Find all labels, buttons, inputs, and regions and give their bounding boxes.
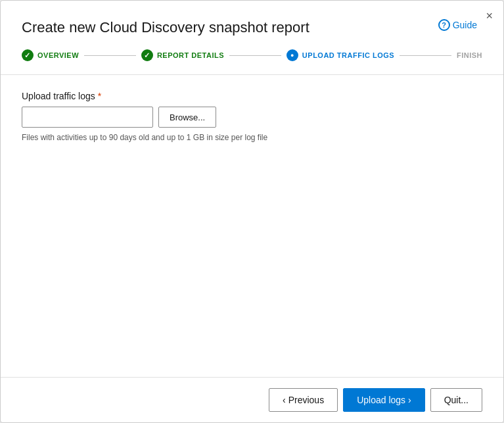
field-label: Upload traffic logs * (22, 91, 482, 101)
previous-button[interactable]: ‹ Previous (269, 388, 338, 412)
step-icon-overview: ✓ (22, 49, 34, 61)
step-overview: ✓ OVERVIEW (22, 49, 79, 61)
step-label-overview: OVERVIEW (37, 51, 79, 59)
file-input-row: Browse... (22, 107, 482, 128)
step-report-details: ✓ REPORT DETAILS (141, 49, 224, 61)
upload-logs-button[interactable]: Upload logs › (343, 388, 425, 412)
guide-icon: ? (438, 19, 450, 31)
step-icon-report-details: ✓ (141, 49, 153, 61)
connector-3 (400, 55, 451, 56)
field-label-text: Upload traffic logs (22, 91, 95, 101)
stepper: ✓ OVERVIEW ✓ REPORT DETAILS ● UPLOAD TRA… (1, 49, 503, 74)
file-hint: Files with activities up to 90 days old … (22, 133, 482, 142)
connector-1 (84, 55, 136, 56)
dialog-content: Upload traffic logs * Browse... Files wi… (1, 75, 503, 377)
guide-label: Guide (453, 20, 477, 30)
guide-link[interactable]: ? Guide (438, 19, 477, 31)
step-label-upload-traffic-logs: UPLOAD TRAFFIC LOGS (302, 51, 394, 59)
browse-button[interactable]: Browse... (158, 107, 216, 128)
close-button[interactable]: × (486, 10, 493, 22)
quit-button[interactable]: Quit... (430, 388, 482, 412)
dialog-footer: ‹ Previous Upload logs › Quit... (1, 377, 503, 422)
dialog-title: Create new Cloud Discovery snapshot repo… (1, 1, 503, 49)
step-label-report-details: REPORT DETAILS (157, 51, 224, 59)
step-upload-traffic-logs: ● UPLOAD TRAFFIC LOGS (286, 49, 394, 61)
dialog: × ? Guide Create new Cloud Discovery sna… (0, 0, 504, 423)
file-text-input[interactable] (22, 107, 153, 128)
step-label-finish: FINISH (457, 51, 482, 59)
step-finish: FINISH (457, 51, 482, 59)
step-icon-upload-traffic-logs: ● (286, 49, 298, 61)
connector-2 (229, 55, 281, 56)
required-marker: * (95, 91, 101, 101)
